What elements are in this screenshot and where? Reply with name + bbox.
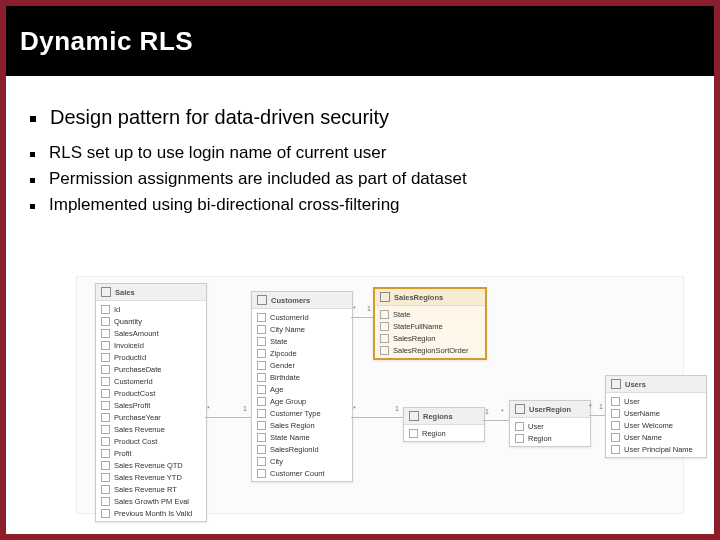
- field-icon: [101, 497, 110, 506]
- field-icon: [257, 361, 266, 370]
- entity-field: City Name: [252, 323, 352, 335]
- field-icon: [257, 397, 266, 406]
- field-label: User Principal Name: [624, 445, 693, 454]
- field-label: SalesProfit: [114, 401, 150, 410]
- entity-field: CustomerId: [252, 311, 352, 323]
- field-icon: [101, 341, 110, 350]
- field-label: Id: [114, 305, 120, 314]
- entity-salesregions: SalesRegions StateStateFullNameSalesRegi…: [373, 287, 487, 360]
- field-icon: [257, 421, 266, 430]
- field-label: Zipcode: [270, 349, 297, 358]
- entity-field: User: [606, 395, 706, 407]
- entity-field: User Principal Name: [606, 443, 706, 455]
- sub-bullet-text: Permission assignments are included as p…: [49, 169, 467, 189]
- model-diagram: Sales IdQuantitySalesAmountInvoiceIdProd…: [76, 276, 684, 514]
- field-icon: [257, 313, 266, 322]
- entity-field: CustomerId: [96, 375, 206, 387]
- field-label: State: [393, 310, 411, 319]
- entity-field: User Name: [606, 431, 706, 443]
- relationship-line: [483, 420, 509, 421]
- field-label: Sales Revenue YTD: [114, 473, 182, 482]
- field-label: Profit: [114, 449, 132, 458]
- field-icon: [611, 445, 620, 454]
- field-icon: [515, 434, 524, 443]
- table-icon: [101, 287, 111, 297]
- entity-field: SalesProfit: [96, 399, 206, 411]
- cardinality-label: 1: [367, 305, 371, 312]
- bullet-region: Design pattern for data-driven security …: [6, 76, 714, 215]
- entity-field: Age: [252, 383, 352, 395]
- field-icon: [257, 373, 266, 382]
- entity-sales: Sales IdQuantitySalesAmountInvoiceIdProd…: [95, 283, 207, 522]
- entity-header: Users: [606, 376, 706, 393]
- entity-field-list: UserRegion: [510, 418, 590, 446]
- entity-field: Birthdate: [252, 371, 352, 383]
- field-icon: [101, 473, 110, 482]
- bullet-main-text: Design pattern for data-driven security: [50, 106, 389, 129]
- entity-header: SalesRegions: [375, 289, 485, 306]
- field-label: StateFullName: [393, 322, 443, 331]
- field-icon: [101, 389, 110, 398]
- entity-field: SalesRegion: [375, 332, 485, 344]
- table-icon: [515, 404, 525, 414]
- field-label: CustomerId: [270, 313, 309, 322]
- entity-field: Id: [96, 303, 206, 315]
- slide-title: Dynamic RLS: [20, 26, 193, 57]
- field-label: SalesRegionId: [270, 445, 319, 454]
- entity-field: SalesRegionId: [252, 443, 352, 455]
- field-icon: [380, 334, 389, 343]
- field-icon: [611, 433, 620, 442]
- entity-userregion: UserRegion UserRegion: [509, 400, 591, 447]
- sub-bullet-text: RLS set up to use login name of current …: [49, 143, 386, 163]
- field-icon: [101, 401, 110, 410]
- field-icon: [257, 325, 266, 334]
- field-label: Gender: [270, 361, 295, 370]
- entity-field: SalesRegionSortOrder: [375, 344, 485, 356]
- field-icon: [257, 337, 266, 346]
- entity-field: Region: [510, 432, 590, 444]
- entity-field: SalesAmount: [96, 327, 206, 339]
- field-icon: [380, 322, 389, 331]
- entity-header: Regions: [404, 408, 484, 425]
- relationship-line: [205, 417, 251, 418]
- field-label: City: [270, 457, 283, 466]
- field-icon: [257, 457, 266, 466]
- entity-field: Quantity: [96, 315, 206, 327]
- entity-field: Sales Revenue QTD: [96, 459, 206, 471]
- sub-bullet-list: RLS set up to use login name of current …: [30, 143, 690, 215]
- entity-header: UserRegion: [510, 401, 590, 418]
- field-icon: [380, 346, 389, 355]
- entity-field: City: [252, 455, 352, 467]
- field-label: User: [528, 422, 544, 431]
- entity-title: SalesRegions: [394, 293, 443, 302]
- entity-customers: Customers CustomerIdCity NameStateZipcod…: [251, 291, 353, 482]
- entity-field: InvoiceId: [96, 339, 206, 351]
- entity-title: Sales: [115, 288, 135, 297]
- field-icon: [101, 377, 110, 386]
- cardinality-label: 1: [395, 405, 399, 412]
- entity-header: Customers: [252, 292, 352, 309]
- entity-field-list: Region: [404, 425, 484, 441]
- relationship-line: [351, 417, 403, 418]
- field-label: Customer Count: [270, 469, 325, 478]
- entity-field: StateFullName: [375, 320, 485, 332]
- field-label: Quantity: [114, 317, 142, 326]
- field-label: Region: [422, 429, 446, 438]
- entity-header: Sales: [96, 284, 206, 301]
- field-label: ProductId: [114, 353, 146, 362]
- field-label: User Welcome: [624, 421, 673, 430]
- entity-field: Sales Revenue: [96, 423, 206, 435]
- entity-field-list: UserUserNameUser WelcomeUser NameUser Pr…: [606, 393, 706, 457]
- table-icon: [409, 411, 419, 421]
- field-icon: [611, 409, 620, 418]
- entity-title: Regions: [423, 412, 453, 421]
- field-icon: [101, 449, 110, 458]
- field-icon: [101, 425, 110, 434]
- field-icon: [257, 469, 266, 478]
- entity-field: ProductId: [96, 351, 206, 363]
- entity-field: Profit: [96, 447, 206, 459]
- table-icon: [257, 295, 267, 305]
- slide-frame: Dynamic RLS Design pattern for data-driv…: [0, 0, 720, 540]
- field-icon: [101, 305, 110, 314]
- field-label: User: [624, 397, 640, 406]
